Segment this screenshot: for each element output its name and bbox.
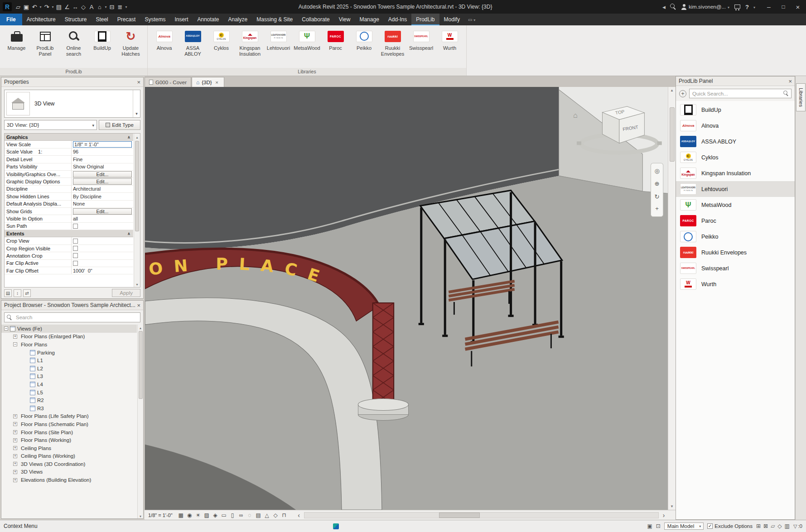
tree-floor-plans-working[interactable]: Floor Plans (Working) <box>1 436 137 444</box>
tree-expander-icon[interactable] <box>24 382 28 386</box>
undo-caret-icon[interactable]: ▾ <box>39 5 43 9</box>
reveal-constraints-icon[interactable]: ⊓ <box>280 512 289 518</box>
property-row[interactable]: Visibility/Graphics Ove... Edit... Edit.… <box>5 171 133 178</box>
library-item-peikko[interactable]: Peikko <box>676 229 795 244</box>
value-checkbox[interactable] <box>73 261 78 266</box>
browser-search-box[interactable] <box>4 312 140 322</box>
quick-search-box[interactable] <box>689 89 792 98</box>
redo-caret-icon[interactable]: ▾ <box>51 5 55 9</box>
visual-style-icon[interactable]: ◉ <box>185 512 194 518</box>
tree-expander-icon[interactable] <box>24 350 28 355</box>
tab-collaborate[interactable]: Collaborate <box>297 14 334 25</box>
detail-level-icon[interactable]: ▦ <box>177 512 185 518</box>
collapse-section-icon[interactable] <box>127 135 133 139</box>
pan-icon[interactable]: + <box>655 205 659 212</box>
property-row[interactable]: Extents <box>5 230 133 237</box>
library-item-wurth[interactable]: Wurth <box>676 276 795 292</box>
tree-ceiling-plans[interactable]: Ceiling Plans <box>1 444 137 452</box>
tree-plan-r3[interactable]: R3 <box>1 404 137 412</box>
scrollbar-thumb[interactable] <box>439 513 480 518</box>
quick-search-input[interactable] <box>691 91 783 97</box>
zoom-icon[interactable]: ⊕ <box>655 181 660 187</box>
scroll-down-icon[interactable] <box>671 503 673 510</box>
save-icon[interactable]: ▣ <box>22 4 30 10</box>
close-icon[interactable] <box>788 78 792 85</box>
tree-plan-r2[interactable]: R2 <box>1 396 137 404</box>
value-checkbox[interactable] <box>73 253 78 258</box>
update-hatches-button[interactable]: Update Hatches <box>116 28 145 58</box>
properties-scrollbar[interactable] <box>134 134 140 287</box>
tree-plan-l3[interactable]: L3 <box>1 373 137 381</box>
edit-button[interactable]: Edit... <box>73 178 132 185</box>
libraries-tab[interactable]: Libraries <box>796 83 806 111</box>
viewcube-home-icon[interactable]: ⌂ <box>573 111 578 119</box>
help-icon[interactable] <box>745 4 749 10</box>
prodlib-panel-header[interactable]: ProdLib Panel <box>676 77 795 86</box>
tab-view[interactable]: View <box>334 14 355 25</box>
property-row[interactable]: Crop View <box>5 237 133 244</box>
sort-ascending-icon[interactable] <box>14 289 21 297</box>
drawing-canvas[interactable]: ON PLACE <box>145 87 676 510</box>
properties-view-icon[interactable] <box>4 289 12 297</box>
library-item-alnova[interactable]: Alnova <box>676 118 795 134</box>
tree-expander-icon[interactable] <box>24 359 28 363</box>
tab-precast[interactable]: Precast <box>113 14 140 25</box>
property-row[interactable]: Sun Path <box>5 223 133 230</box>
library-item-paroc[interactable]: Paroc <box>676 213 795 229</box>
open-icon[interactable]: ▱ <box>14 4 22 10</box>
scrollbar-thumb[interactable] <box>670 107 675 162</box>
tab-systems[interactable]: Systems <box>140 14 170 25</box>
tree-floor-plans[interactable]: Floor Plans <box>1 340 137 349</box>
sort-descending-icon[interactable] <box>23 289 31 297</box>
help-chevron-icon[interactable] <box>753 4 755 10</box>
add-library-icon[interactable] <box>679 90 686 97</box>
property-value[interactable]: Architectural <box>73 186 101 192</box>
aligned-dimension-icon[interactable]: ↔ <box>71 4 79 10</box>
active-workset-icon[interactable] <box>647 523 652 529</box>
default-3d-view-icon[interactable]: ⌂ <box>96 4 104 10</box>
property-row[interactable]: View Scale 1/8" = 1'-0" 1/8" = 1'-0" <box>5 141 133 148</box>
cyklos-library-button[interactable]: Cyklos <box>207 28 236 52</box>
temporary-view-properties-icon[interactable]: ▤ <box>254 512 263 518</box>
property-row[interactable]: Scale Value 1: 96 96 <box>5 149 133 156</box>
tab-analyze[interactable]: Analyze <box>224 14 252 25</box>
tree-3d-views[interactable]: 3D Views <box>1 468 137 476</box>
tree-expander-icon[interactable] <box>13 422 17 426</box>
tree-views-root[interactable]: Views (Fe) <box>1 325 137 333</box>
sign-base-cylinder[interactable] <box>358 398 408 420</box>
ruukki-library-button[interactable]: Ruukki Envelopes <box>378 28 407 58</box>
scroll-left-icon[interactable] <box>295 512 303 519</box>
property-row[interactable]: Visible In Option all all <box>5 215 133 222</box>
property-row[interactable]: Far Clip Active <box>5 260 133 267</box>
sign-tower[interactable] <box>373 303 394 405</box>
tag-icon[interactable]: ◇ <box>79 4 87 10</box>
library-item-metsawood[interactable]: MetsaWood <box>676 197 795 213</box>
show-analytical-model-icon[interactable]: △ <box>263 512 271 518</box>
prodlib-panel-button[interactable]: ProdLib Panel <box>31 28 59 58</box>
thin-lines-icon[interactable]: ≣ <box>116 4 124 10</box>
reveal-hidden-elements-icon[interactable]: ◌ <box>246 512 254 518</box>
property-value[interactable]: None <box>73 201 85 206</box>
library-item-lehtovuori[interactable]: Lehtovuori <box>676 181 795 197</box>
property-value[interactable]: Show Original <box>73 164 104 169</box>
property-value[interactable]: 96 <box>73 149 78 154</box>
property-value[interactable]: 1/8" = 1'-0" <box>73 141 132 148</box>
steering-wheel-icon[interactable]: ◎ <box>654 168 659 174</box>
tree-expander-icon[interactable] <box>24 390 28 394</box>
tab-prodlib[interactable]: ProdLib <box>411 14 439 25</box>
minimize-button[interactable] <box>762 0 776 14</box>
redo-icon[interactable]: ↷ <box>43 4 51 10</box>
tree-expander-icon[interactable] <box>24 366 28 370</box>
property-row[interactable]: Default Analysis Displa... None None <box>5 201 133 208</box>
revit-logo-icon[interactable]: R <box>3 2 12 11</box>
type-selector[interactable]: 3D View <box>4 90 140 118</box>
project-browser-header[interactable]: Project Browser - Snowdon Towers Sample … <box>1 301 143 310</box>
online-search-button[interactable]: Online search <box>59 28 88 58</box>
select-underlay-icon[interactable]: ⊠ <box>763 523 768 529</box>
tree-plan-parking[interactable]: Parking <box>1 349 137 357</box>
property-row[interactable]: Graphic Display Options Edit... Edit... <box>5 178 133 185</box>
section-icon[interactable]: ⊟ <box>108 4 116 10</box>
apply-button[interactable]: Apply <box>112 289 140 297</box>
highlight-displacement-icon[interactable]: ◇ <box>271 512 280 518</box>
lehtovuori-library-button[interactable]: Lehtovuori <box>264 28 293 52</box>
